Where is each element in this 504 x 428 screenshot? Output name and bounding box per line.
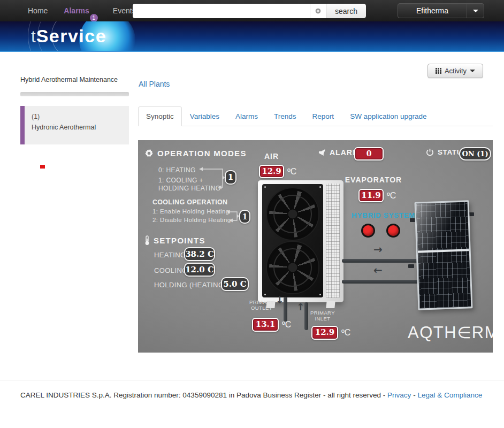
thermometer-icon (144, 235, 150, 246)
setpoint-heating-label: HEATING (154, 251, 186, 259)
arrow-right-icon: → (373, 243, 383, 256)
breadcrumb-all-plants-link[interactable]: All Plants (139, 80, 170, 88)
grid-icon (436, 68, 441, 74)
aqtherm-logo: AQTH∈RM (408, 323, 493, 342)
power-icon (426, 148, 434, 156)
top-navbar: Home Alarms1 Events search Efitherma (0, 0, 504, 21)
tab-trends[interactable]: Trends (266, 106, 304, 126)
account-menu: Efitherma (398, 3, 484, 18)
hybrid-indicator-lamp-1 (361, 224, 375, 238)
primary-outlet-unit: ºC (282, 320, 291, 330)
setpoints-title: SETPOINTS (154, 236, 205, 245)
heat-pump-image (258, 179, 343, 308)
tab-bar: Synoptic Variables Alarms Trends Report … (138, 106, 493, 126)
hybrid-system-label: HYBRID SYSTEM (350, 211, 417, 219)
tab-sw-application-upgrade[interactable]: SW application upgrade (342, 106, 434, 126)
sidebar-divider-bar (20, 92, 129, 96)
primary-inlet-label: PRIMARY INLET (309, 310, 336, 322)
footer-separator: - (413, 391, 416, 399)
account-button[interactable]: Efitherma (398, 4, 467, 18)
footer: CAREL INDUSTRIES S.p.A. Registration num… (20, 391, 482, 399)
footer-divider (0, 380, 504, 380)
supply-pipe (342, 259, 429, 263)
setpoint-cooling-value: 12.0 C (184, 263, 215, 277)
plant-index: (1) (32, 113, 123, 120)
arrow-left-icon: ← (373, 264, 383, 277)
primary-inlet-unit: ºC (341, 328, 350, 338)
account-caret-button[interactable] (467, 4, 484, 18)
search-form: search (133, 4, 366, 18)
page: Home Alarms1 Events search Efitherma tSe… (0, 0, 504, 428)
footer-text: CAREL INDUSTRIES S.p.A. Registration num… (20, 391, 385, 399)
search-options-button[interactable] (310, 4, 326, 18)
tservice-logo: tService (31, 26, 106, 47)
cooling-operation-title: COOLING OPERATION (152, 198, 227, 206)
setpoint-heating-value: 38.2 C (184, 247, 215, 261)
heat-pump-side-grille (326, 184, 340, 298)
arrow-down-icon: ↓ (276, 294, 284, 305)
alarm-count-badge: 0 (354, 147, 384, 160)
return-pipe (342, 280, 422, 284)
brand-header: tService (0, 21, 504, 52)
fan-icon (267, 188, 318, 240)
tab-alarms[interactable]: Alarms (227, 106, 266, 126)
alarm-bell-icon (318, 149, 326, 156)
operation-modes-title: OPERATION MODES (157, 149, 247, 158)
inlet-pipe (304, 302, 308, 330)
gear-icon (144, 149, 154, 158)
primary-outlet-label: PRIMARY OUTLET (248, 299, 275, 311)
setpoint-holding-label: HOLDING (HEATING) (154, 281, 226, 289)
alarm-section: ALARM (318, 148, 360, 157)
primary-inlet-temperature-badge: 12.9 (311, 326, 338, 340)
air-temperature-badge: 12.9 (259, 165, 284, 178)
chevron-down-icon (473, 10, 478, 12)
gear-icon (315, 7, 322, 14)
alarms-count-badge: 1 (90, 14, 98, 22)
privacy-link[interactable]: Privacy (387, 391, 411, 399)
hybrid-indicator-lamp-2 (386, 224, 400, 238)
sidebar-item-plant[interactable]: (1) Hydronic Aerothermal (20, 106, 129, 144)
arrow-up-icon: ↑ (296, 301, 304, 312)
logo-name: Service (36, 26, 107, 46)
setpoint-holding-value: 5.0 C (221, 277, 249, 291)
cooling-option-1-label: 1: Enable Holding Heating (152, 208, 230, 215)
tab-variables[interactable]: Variables (182, 106, 227, 126)
aqtherm-e-glyph: ∈ (457, 324, 472, 341)
mode-1-label: 1: COOLING + HOLDING HEATING (158, 177, 220, 193)
evaporator-label: EVAPORATOR (341, 175, 406, 184)
tab-report[interactable]: Report (304, 106, 342, 126)
tab-synoptic[interactable]: Synoptic (138, 106, 182, 126)
activity-button[interactable]: Activity (427, 64, 483, 78)
panel-mount-clip (408, 264, 414, 268)
search-input[interactable] (133, 4, 310, 18)
air-unit: ºC (287, 167, 296, 177)
evaporator-unit: ºC (387, 191, 396, 201)
solar-panel-image (415, 200, 473, 310)
primary-outlet-temperature-badge: 13.1 (252, 318, 279, 332)
mode-0-label: 0: HEATING (158, 166, 196, 174)
cooling-option-2-label: 2: Disable Holding Heating (152, 217, 231, 223)
setpoints-section: SETPOINTS (144, 235, 205, 246)
chevron-down-icon (470, 70, 475, 72)
air-label: AIR (257, 152, 286, 160)
status-value-badge: ON (1) (459, 147, 491, 160)
plant-name: Hydronic Aerothermal (32, 124, 123, 131)
evaporator-temperature-badge: 11.9 (358, 189, 384, 202)
operation-modes-section: OPERATION MODES (144, 149, 247, 158)
outlet-pipe (284, 297, 287, 322)
operation-mode-value-badge: 1 (225, 170, 236, 185)
status-dot (40, 165, 45, 169)
nav-alarms[interactable]: Alarms1 (64, 6, 89, 15)
logo-prefix: t (31, 27, 36, 46)
synoptic-panel: OPERATION MODES 0: HEATING 1: COOLING + … (138, 140, 493, 353)
search-button[interactable]: search (326, 4, 366, 18)
sidebar-title: Hybrid Aerothermal Maintenance (20, 76, 118, 83)
solar-reflection (416, 202, 471, 308)
legal-compliance-link[interactable]: Legal & Compliance (417, 391, 482, 399)
activity-label: Activity (445, 67, 467, 75)
cooling-operation-value-badge: 1 (239, 210, 250, 224)
setpoint-cooling-label: COOLING (154, 266, 188, 274)
heat-pump-foot (326, 301, 335, 308)
fan-icon (267, 242, 318, 293)
nav-home[interactable]: Home (28, 6, 48, 15)
